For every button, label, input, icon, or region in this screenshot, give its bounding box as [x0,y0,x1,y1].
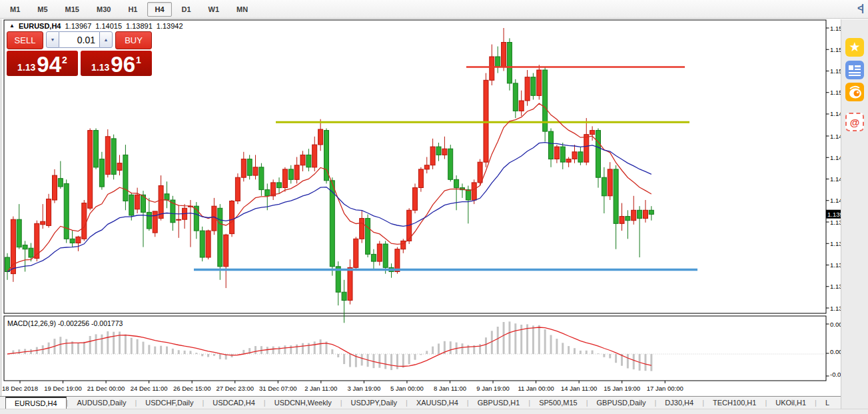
svg-text:2 Jan 11:00: 2 Jan 11:00 [304,385,337,392]
timeframe-button-m15[interactable]: M15 [58,2,87,17]
timeframe-button-h4[interactable]: H4 [147,2,171,17]
sell-price-point: 2 [62,55,67,65]
chart-tab-usdcnh-weekly[interactable]: USDCNH,Weekly [266,397,340,409]
chart-title: ▲ EURUSD,H4 1.13967 1.14015 1.13891 1.13… [9,22,183,30]
sell-price-pips: 94 [37,55,61,74]
chart-tab-eurusd-h4[interactable]: EURUSD,H4 [5,397,67,409]
ohlc-high: 1.14015 [95,22,122,30]
sell-button[interactable]: SELL [7,31,43,49]
svg-text:31 Dec 07:00: 31 Dec 07:00 [259,385,297,392]
lot-decrease-button[interactable]: ▼ [46,31,59,48]
buy-price-point: 1 [136,55,141,65]
chart-tab-gbpusd-h1[interactable]: GBPUSD,H1 [469,397,529,409]
one-click-trade-panel: SELL ▼ 0.01 ▲ BUY 1.13942 1.13961 [7,31,152,76]
news-icon[interactable] [845,61,864,79]
timeframe-button-w1[interactable]: W1 [201,2,227,17]
sell-price-prefix: 1.13 [17,62,35,73]
svg-text:19 Dec 19:00: 19 Dec 19:00 [44,385,82,392]
svg-text:21 Dec 00:00: 21 Dec 00:00 [87,385,125,392]
svg-text:11 Jan 00:00: 11 Jan 00:00 [518,385,554,392]
macd-indicator-label: MACD(12,26,9) -0.002256 -0.001773 [7,319,123,327]
svg-text:26 Dec 15:00: 26 Dec 15:00 [173,385,211,392]
chart-marker-icon: ▲ [9,23,15,29]
timeframe-button-m30[interactable]: M30 [89,2,118,17]
buy-price-pips: 96 [111,55,135,74]
time-axis: 18 Dec 201819 Dec 19:0021 Dec 00:0024 De… [2,381,683,392]
timeframe-button-h1[interactable]: H1 [121,2,145,17]
ohlc-low: 1.13891 [126,22,153,30]
star-icon[interactable]: ★ [845,38,864,57]
lot-increase-button[interactable]: ▲ [99,31,113,48]
chart-tab-usdcad-h4[interactable]: USDCAD,H4 [204,397,264,409]
ohlc-open: 1.13967 [65,22,92,30]
lot-size-input[interactable]: 0.01 [59,31,99,48]
chart-tab-usdchf-daily[interactable]: USDCHF,Daily [137,397,202,409]
svg-text:17 Jan 00:00: 17 Jan 00:00 [647,385,683,392]
buy-price-display[interactable]: 1.13961 [81,51,152,76]
buy-button[interactable]: BUY [115,31,152,49]
mt4-application-window: 1.157601.155501.153401.151301.149201.147… [0,0,868,414]
sell-price-display[interactable]: 1.13942 [7,51,78,76]
chart-tab-ukoil-h1[interactable]: UKOil,H1 [767,397,815,409]
chart-tab-usdjpy-daily[interactable]: USDJPY,Daily [342,397,406,409]
svg-text:5 Jan 00:00: 5 Jan 00:00 [390,385,424,392]
sidebar-collapse-icon[interactable]: <| [857,3,863,13]
chart-symbol-label: EURUSD,H4 [19,22,61,30]
chart-tab-gbpusd-daily[interactable]: GBPUSD,Daily [588,397,655,409]
desktop-icon-sidebar: ★@ [841,19,868,409]
chart-tab-l[interactable]: L [817,397,838,409]
timeframe-button-mn[interactable]: MN [229,2,255,17]
svg-text:18 Dec 2018: 18 Dec 2018 [2,385,38,392]
chart-tab-xauusd-h4[interactable]: XAUUSD,H4 [408,397,467,409]
svg-text:9 Jan 19:00: 9 Jan 19:00 [476,385,510,392]
weibo-icon[interactable] [845,83,864,101]
svg-text:15 Jan 19:00: 15 Jan 19:00 [604,385,640,392]
svg-text:14 Jan 11:00: 14 Jan 11:00 [561,385,597,392]
ohlc-close: 1.13942 [157,22,183,30]
timeframe-button-d1[interactable]: D1 [175,2,199,17]
svg-text:3 Jan 19:00: 3 Jan 19:00 [348,385,381,392]
svg-text:24 Dec 11:00: 24 Dec 11:00 [131,385,168,392]
chart-tab-sp500-m15[interactable]: SP500,M15 [530,397,586,409]
chart-tab-audusd-daily[interactable]: AUDUSD,Daily [68,397,135,409]
chart-tab-tech100-h1[interactable]: TECH100,H1 [704,397,765,409]
macd-panel-frame [4,316,826,381]
svg-text:27 Dec 23:00: 27 Dec 23:00 [216,385,254,392]
timeframe-toolbar: M1M5M15M30H1H4D1W1MN [0,0,868,19]
chart-tab-dj30-h4[interactable]: DJ30,H4 [656,397,702,409]
buy-price-prefix: 1.13 [91,62,109,73]
timeframe-button-m1[interactable]: M1 [3,2,27,17]
svg-text:8 Jan 11:00: 8 Jan 11:00 [434,385,466,392]
mail-icon[interactable]: @ [845,113,864,131]
window-bottom-edge [0,409,868,414]
chart-tab-bar: EURUSD,H4|AUDUSD,Daily|USDCHF,Daily|USDC… [0,396,868,409]
timeframe-button-m5[interactable]: M5 [30,2,55,17]
